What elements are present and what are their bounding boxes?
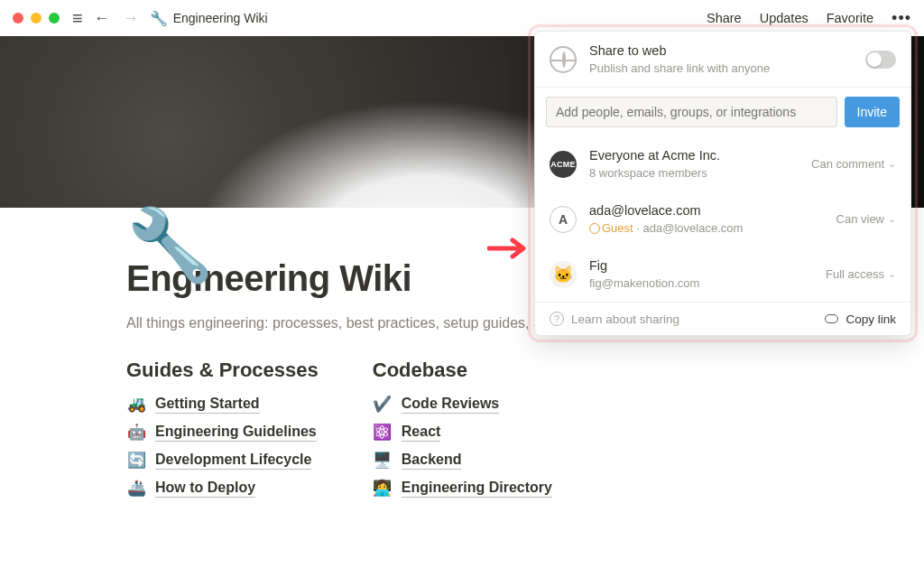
person-icon: 👩‍💻 <box>373 479 393 498</box>
list-item-label: Engineering Guidelines <box>155 424 317 442</box>
breadcrumb-title: Engineering Wiki <box>173 11 268 25</box>
share-entry-subtitle: 8 workspace members <box>589 165 799 182</box>
user-avatar: A <box>550 206 577 233</box>
chevron-down-icon: ⌄ <box>888 158 896 170</box>
globe-icon <box>550 46 577 73</box>
column-codebase: Codebase ✔️Code Reviews ⚛️React 🖥️Backen… <box>373 359 552 507</box>
atom-icon: ⚛️ <box>373 423 393 442</box>
tractor-icon: 🚜 <box>126 395 146 414</box>
chevron-down-icon: ⌄ <box>888 213 896 225</box>
sidebar-toggle-icon[interactable]: ≡ <box>72 8 83 29</box>
favorite-button[interactable]: Favorite <box>827 11 873 25</box>
learn-sharing-link[interactable]: ? Learn about sharing <box>550 312 679 326</box>
permission-dropdown[interactable]: Can comment⌄ <box>811 157 896 171</box>
more-menu-icon[interactable]: ••• <box>892 9 911 28</box>
check-icon: ✔️ <box>373 395 393 414</box>
share-entry-title: ada@lovelace.com <box>589 202 824 220</box>
topbar-actions: Share Updates Favorite ••• <box>707 9 911 28</box>
list-item[interactable]: 🤖Engineering Guidelines <box>126 423 319 442</box>
column-guides: Guides & Processes 🚜Getting Started 🤖Eng… <box>126 359 319 507</box>
permission-dropdown[interactable]: Can view⌄ <box>836 212 896 226</box>
list-item[interactable]: 👩‍💻Engineering Directory <box>373 479 552 498</box>
ship-icon: 🚢 <box>126 479 146 498</box>
share-button[interactable]: Share <box>707 11 742 25</box>
chevron-down-icon: ⌄ <box>888 268 896 280</box>
zoom-window-dot[interactable] <box>49 13 60 23</box>
list-item-label: Engineering Directory <box>402 480 552 498</box>
breadcrumb[interactable]: 🔧 Engineering Wiki <box>150 10 268 27</box>
share-to-web-row: Share to web Publish and share link with… <box>535 32 910 87</box>
list-item[interactable]: ✔️Code Reviews <box>373 395 552 414</box>
share-entry-subtitle: Guest · ada@lovelace.com <box>589 220 824 237</box>
column-heading: Codebase <box>373 359 552 382</box>
list-item-label: Getting Started <box>155 396 260 414</box>
list-item-label: Development Lifecycle <box>155 452 311 470</box>
share-entry: A ada@lovelace.com Guest · ada@lovelace.… <box>535 191 910 247</box>
wrench-icon: 🔧 <box>150 10 168 27</box>
page-icon[interactable]: 🔧 <box>126 204 214 286</box>
desktop-icon: 🖥️ <box>373 451 393 470</box>
share-web-title: Share to web <box>589 42 853 61</box>
share-panel: Share to web Publish and share link with… <box>534 31 911 336</box>
help-icon: ? <box>550 312 564 326</box>
list-item[interactable]: ⚛️React <box>373 423 552 442</box>
share-web-subtitle: Publish and share link with anyone <box>589 61 853 77</box>
user-avatar: 🐱 <box>550 261 577 288</box>
share-entry: 🐱 Fig fig@makenotion.com Full access⌄ <box>535 247 910 302</box>
column-heading: Guides & Processes <box>126 359 319 382</box>
window-traffic-lights <box>13 13 60 23</box>
minimize-window-dot[interactable] <box>31 13 42 23</box>
list-item-label: How to Deploy <box>155 480 255 498</box>
guest-globe-icon <box>589 223 600 234</box>
share-entry-subtitle: fig@makenotion.com <box>589 275 813 292</box>
invite-input[interactable] <box>546 97 837 127</box>
cycle-icon: 🔄 <box>126 451 146 470</box>
list-item-label: Backend <box>402 452 462 470</box>
list-item-label: React <box>402 424 441 442</box>
share-panel-footer: ? Learn about sharing Copy link <box>535 303 910 335</box>
close-window-dot[interactable] <box>13 13 23 23</box>
list-item[interactable]: 🚜Getting Started <box>126 395 319 414</box>
list-item[interactable]: 🔄Development Lifecycle <box>126 451 319 470</box>
copy-link-button[interactable]: Copy link <box>825 312 896 326</box>
permission-dropdown[interactable]: Full access⌄ <box>826 267 896 281</box>
robot-icon: 🤖 <box>126 423 146 442</box>
invite-button[interactable]: Invite <box>845 97 900 127</box>
share-entry-title: Fig <box>589 257 813 275</box>
list-item-label: Code Reviews <box>402 396 499 414</box>
updates-button[interactable]: Updates <box>760 11 808 25</box>
nav-forward-icon[interactable]: → <box>121 9 141 28</box>
annotation-arrow-icon <box>487 237 529 260</box>
invite-row: Invite <box>535 88 910 136</box>
list-item[interactable]: 🖥️Backend <box>373 451 552 470</box>
share-entry: ACME Everyone at Acme Inc. 8 workspace m… <box>535 136 910 191</box>
workspace-avatar: ACME <box>550 151 577 178</box>
list-item[interactable]: 🚢How to Deploy <box>126 479 319 498</box>
link-icon <box>825 314 838 323</box>
share-entry-title: Everyone at Acme Inc. <box>589 147 799 165</box>
share-web-toggle[interactable] <box>865 51 896 69</box>
nav-back-icon[interactable]: ← <box>92 9 112 28</box>
